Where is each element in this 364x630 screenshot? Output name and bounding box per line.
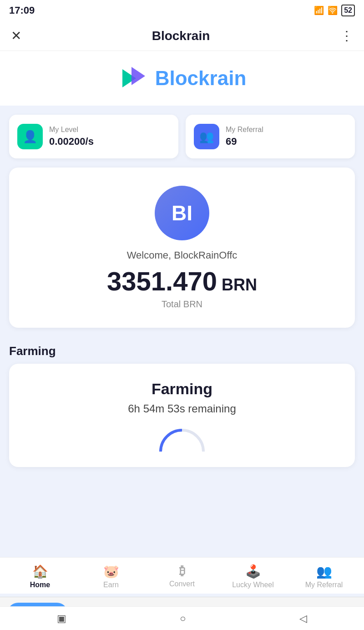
logo-bold: Block bbox=[155, 67, 210, 89]
level-info: My Level 0.00200/s bbox=[49, 126, 94, 147]
signal-icon: 📶 bbox=[314, 5, 324, 15]
nav-lucky-wheel[interactable]: 🕹️ Lucky Wheel bbox=[217, 564, 288, 589]
back-button[interactable]: ◁ bbox=[299, 613, 307, 625]
status-time: 17:09 bbox=[9, 5, 35, 16]
nav-my-referral[interactable]: 👥 My Referral bbox=[288, 564, 359, 589]
nav-earn-label: Earn bbox=[103, 581, 119, 589]
system-nav-bar: ▣ ○ ◁ bbox=[0, 606, 364, 630]
logo-light: rain bbox=[210, 67, 247, 89]
referral-info: My Referral 69 bbox=[226, 126, 263, 147]
logo-text: Blockrain bbox=[155, 67, 247, 90]
nav-lucky-label: Lucky Wheel bbox=[232, 581, 274, 589]
earn-icon: 🐷 bbox=[103, 564, 119, 579]
nav-home-label: Home bbox=[30, 581, 50, 589]
wifi-icon: 🛜 bbox=[328, 5, 338, 15]
balance-currency: BRN bbox=[222, 275, 257, 295]
referral-icon: 👥 bbox=[194, 124, 219, 149]
top-navigation: ✕ Blockrain ⋮ bbox=[0, 21, 364, 51]
referral-label: My Referral bbox=[226, 126, 263, 134]
nav-convert-label: Convert bbox=[169, 580, 195, 588]
farming-section-title: Farming bbox=[0, 337, 364, 364]
lucky-wheel-icon: 🕹️ bbox=[245, 564, 261, 579]
welcome-text: Welcome, BlockRainOffc bbox=[127, 249, 238, 261]
app-title: Blockrain bbox=[152, 29, 210, 43]
balance-number: 3351.470 bbox=[107, 266, 217, 296]
level-value: 0.00200/s bbox=[49, 136, 94, 147]
recents-button[interactable]: ▣ bbox=[57, 613, 66, 625]
nav-referral-label: My Referral bbox=[305, 581, 343, 589]
logo-container: Blockrain bbox=[118, 65, 247, 92]
balance-label: Total BRN bbox=[162, 299, 202, 310]
nav-home[interactable]: 🏠 Home bbox=[5, 564, 76, 589]
nav-earn[interactable]: 🐷 Earn bbox=[76, 564, 147, 589]
logo-icon bbox=[118, 65, 150, 92]
referral-value: 69 bbox=[226, 136, 263, 147]
level-label: My Level bbox=[49, 126, 94, 134]
farming-timer: 6h 54m 53s remaining bbox=[128, 402, 236, 415]
close-button[interactable]: ✕ bbox=[11, 28, 21, 43]
farming-card: Farming 6h 54m 53s remaining bbox=[9, 364, 355, 467]
home-icon: 🏠 bbox=[32, 564, 48, 579]
farming-progress bbox=[23, 429, 341, 453]
bottom-navigation: 🏠 Home 🐷 Earn ₿ Convert 🕹️ Lucky Wheel 👥… bbox=[0, 557, 364, 594]
menu-button[interactable]: ⋮ bbox=[340, 28, 353, 43]
nav-convert[interactable]: ₿ Convert bbox=[147, 564, 217, 589]
home-button[interactable]: ○ bbox=[180, 613, 186, 625]
svg-marker-1 bbox=[131, 67, 145, 85]
convert-icon: ₿ bbox=[179, 564, 185, 578]
referral-card: 👥 My Referral 69 bbox=[186, 115, 355, 158]
status-bar: 17:09 📶 🛜 52 bbox=[0, 0, 364, 21]
level-card: 👤 My Level 0.00200/s bbox=[9, 115, 178, 158]
farming-title: Farming bbox=[152, 380, 212, 398]
farming-circle bbox=[159, 429, 205, 453]
avatar: BI bbox=[155, 186, 209, 240]
balance-card: BI Welcome, BlockRainOffc 3351.470 BRN T… bbox=[9, 168, 355, 328]
stats-row: 👤 My Level 0.00200/s 👥 My Referral 69 bbox=[0, 106, 364, 168]
battery-indicator: 52 bbox=[341, 5, 355, 16]
logo-section: Blockrain bbox=[0, 51, 364, 106]
my-referral-icon: 👥 bbox=[316, 564, 332, 579]
status-icons: 📶 🛜 52 bbox=[314, 5, 355, 16]
level-icon: 👤 bbox=[17, 124, 43, 149]
balance-amount: 3351.470 BRN bbox=[107, 266, 257, 296]
main-content: Blockrain 👤 My Level 0.00200/s 👥 My Refe… bbox=[0, 51, 364, 597]
